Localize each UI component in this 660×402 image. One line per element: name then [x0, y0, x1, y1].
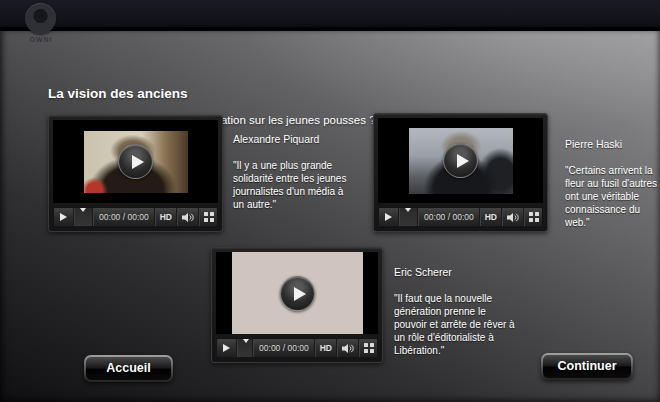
main-panel: La vision des anciens Quel regard jette …: [0, 31, 660, 402]
fullscreen-icon[interactable]: [524, 208, 542, 226]
play-icon: [457, 154, 469, 168]
video-player-alexandre[interactable]: 00:00 / 00:00 HD: [48, 115, 223, 232]
player-controls: 00:00 / 00:00 HD: [216, 338, 378, 358]
hd-button[interactable]: HD: [155, 208, 177, 226]
screen: OWNI La vision des anciens Quel regard j…: [0, 0, 660, 402]
video-area[interactable]: [216, 252, 378, 334]
speaker-block-alexandre: Alexandre Piquard "Il y a une plus grand…: [233, 133, 353, 211]
player-controls: 00:00 / 00:00 HD: [378, 207, 543, 227]
play-icon: [294, 287, 306, 301]
speaker-name: Alexandre Piquard: [233, 133, 353, 147]
scrubber-handle[interactable]: [243, 339, 249, 343]
volume-icon[interactable]: [502, 208, 524, 226]
time-display: 00:00 / 00:00: [93, 208, 155, 226]
continue-button[interactable]: Continuer: [541, 353, 633, 380]
scrubber-handle[interactable]: [80, 208, 86, 212]
player-controls: 00:00 / 00:00 HD: [53, 207, 218, 227]
speaker-name: Eric Scherer: [394, 266, 516, 280]
progress-bar[interactable]: [74, 208, 93, 226]
fullscreen-icon[interactable]: [199, 208, 217, 226]
speaker-quote: "Il faut que la nouvelle génération pren…: [394, 292, 516, 357]
volume-icon[interactable]: [337, 339, 359, 357]
home-button[interactable]: Accueil: [84, 355, 173, 382]
play-control-icon[interactable]: [54, 208, 74, 226]
video-player-eric[interactable]: 00:00 / 00:00 HD: [211, 247, 383, 363]
play-control-icon[interactable]: [217, 339, 237, 357]
owni-logo-label: OWNI: [25, 36, 57, 43]
home-button-label: Accueil: [86, 357, 171, 380]
continue-button-label: Continuer: [543, 355, 631, 378]
progress-bar[interactable]: [399, 208, 418, 226]
time-display: 00:00 / 00:00: [253, 339, 315, 357]
video-area[interactable]: [53, 120, 218, 203]
speaker-name: Pierre Haski: [565, 138, 660, 152]
play-control-icon[interactable]: [379, 208, 399, 226]
time-display: 00:00 / 00:00: [418, 208, 480, 226]
fullscreen-icon[interactable]: [359, 339, 377, 357]
scrubber-handle[interactable]: [405, 208, 411, 212]
speaker-quote: "Il y a une plus grande solidarité entre…: [233, 159, 353, 211]
page-title: La vision des anciens: [48, 86, 188, 101]
play-button[interactable]: [443, 143, 478, 178]
hd-button[interactable]: HD: [315, 339, 337, 357]
speaker-block-eric: Eric Scherer "Il faut que la nouvelle gé…: [394, 266, 516, 357]
play-button[interactable]: [118, 144, 153, 179]
owni-logo-icon[interactable]: [25, 3, 56, 34]
progress-bar[interactable]: [237, 339, 253, 357]
video-player-pierre[interactable]: 00:00 / 00:00 HD: [373, 113, 548, 232]
video-area[interactable]: [378, 118, 543, 203]
speaker-quote: "Certains arrivent la fleur au fusil d'a…: [565, 164, 660, 229]
speaker-block-pierre: Pierre Haski "Certains arrivent la fleur…: [565, 138, 660, 229]
top-header-bar: [0, 0, 660, 29]
volume-icon[interactable]: [177, 208, 199, 226]
play-icon: [132, 155, 144, 169]
hd-button[interactable]: HD: [480, 208, 502, 226]
play-button[interactable]: [280, 276, 315, 311]
